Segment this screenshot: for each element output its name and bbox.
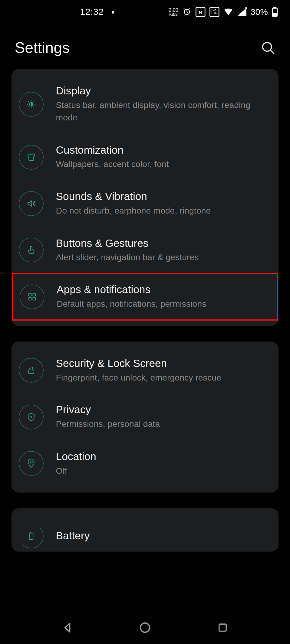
battery-icon <box>272 7 278 17</box>
item-title: Customization <box>56 144 270 156</box>
display-icon <box>19 92 43 116</box>
svg-rect-6 <box>29 293 31 296</box>
settings-group: Battery <box>12 508 278 552</box>
item-title: Privacy <box>56 404 270 416</box>
svg-rect-14 <box>31 532 32 533</box>
svg-point-11 <box>31 416 32 417</box>
battery-settings-icon <box>19 524 43 548</box>
item-subtitle: Wallpapers, accent color, font <box>56 158 270 170</box>
item-title: Sounds & Vibration <box>56 190 270 203</box>
gesture-icon <box>19 238 43 262</box>
nav-home-button[interactable] <box>138 620 153 635</box>
battery-percentage: 30% <box>251 7 268 17</box>
svg-rect-10 <box>28 370 34 374</box>
svg-rect-8 <box>29 297 31 300</box>
settings-item-apps-notifications[interactable]: Apps & notifications Default apps, notif… <box>12 273 278 320</box>
settings-item-privacy[interactable]: Privacy Permissions, personal data <box>12 394 278 440</box>
item-title: Location <box>56 450 270 463</box>
settings-item-location[interactable]: Location Off <box>12 440 278 487</box>
notification-dot-icon: ● <box>111 8 114 15</box>
item-subtitle: Default apps, notifications, permissions <box>57 298 269 310</box>
settings-group: Security & Lock Screen Fingerprint, face… <box>12 342 278 493</box>
apps-icon <box>20 284 44 309</box>
settings-item-security[interactable]: Security & Lock Screen Fingerprint, face… <box>12 347 278 394</box>
alarm-icon <box>182 7 191 16</box>
item-title: Display <box>56 85 270 97</box>
settings-item-display[interactable]: Display Status bar, ambient display, vis… <box>12 75 278 134</box>
item-title: Battery <box>56 530 270 542</box>
navigation-bar <box>0 611 290 644</box>
svg-rect-2 <box>273 14 276 16</box>
svg-rect-9 <box>33 297 35 300</box>
page-header: Settings <box>0 24 290 69</box>
settings-item-battery[interactable]: Battery <box>12 514 278 552</box>
item-subtitle: Do not disturb, earphone mode, ringtone <box>56 204 270 217</box>
volte-icon: Vo LTE <box>209 7 219 17</box>
svg-point-12 <box>30 461 32 463</box>
settings-group: Display Status bar, ambient display, vis… <box>12 69 278 326</box>
item-subtitle: Status bar, ambient display, vision comf… <box>56 99 270 124</box>
wifi-icon <box>223 8 233 16</box>
status-bar: 12:32 ● 2.00 KB/S N Vo LTE x 30% <box>0 0 290 24</box>
settings-item-customization[interactable]: Customization Wallpapers, accent color, … <box>12 134 278 180</box>
search-icon[interactable] <box>261 41 275 55</box>
item-subtitle: Alert slider, navigation bar & gestures <box>56 251 270 263</box>
cellular-signal-icon: x <box>237 8 246 16</box>
item-title: Buttons & Gestures <box>56 237 270 250</box>
location-pin-icon <box>19 451 43 476</box>
status-time: 12:32 <box>80 7 104 17</box>
svg-point-15 <box>140 623 150 633</box>
settings-item-buttons-gestures[interactable]: Buttons & Gestures Alert slider, navigat… <box>12 227 278 273</box>
item-subtitle: Fingerprint, face unlock, emergency resc… <box>56 371 270 384</box>
shield-icon <box>19 405 43 429</box>
page-title: Settings <box>15 39 70 57</box>
settings-list: Display Status bar, ambient display, vis… <box>0 69 290 552</box>
settings-item-sounds[interactable]: Sounds & Vibration Do not disturb, earph… <box>12 180 278 227</box>
customization-icon <box>19 145 43 169</box>
item-subtitle: Permissions, personal data <box>56 418 270 430</box>
svg-line-4 <box>271 50 274 54</box>
svg-rect-7 <box>33 293 35 296</box>
item-title: Security & Lock Screen <box>56 357 270 370</box>
svg-rect-16 <box>219 624 226 631</box>
item-subtitle: Off <box>56 464 270 477</box>
svg-point-3 <box>263 43 272 51</box>
nav-recents-button[interactable] <box>215 620 230 635</box>
svg-rect-13 <box>29 533 33 539</box>
item-title: Apps & notifications <box>57 283 269 296</box>
network-speed: 2.00 KB/S <box>169 8 178 16</box>
nav-back-button[interactable] <box>60 620 75 635</box>
svg-rect-1 <box>274 7 276 8</box>
lock-icon <box>19 358 43 383</box>
nfc-icon: N <box>196 7 206 17</box>
sound-icon <box>19 191 43 216</box>
